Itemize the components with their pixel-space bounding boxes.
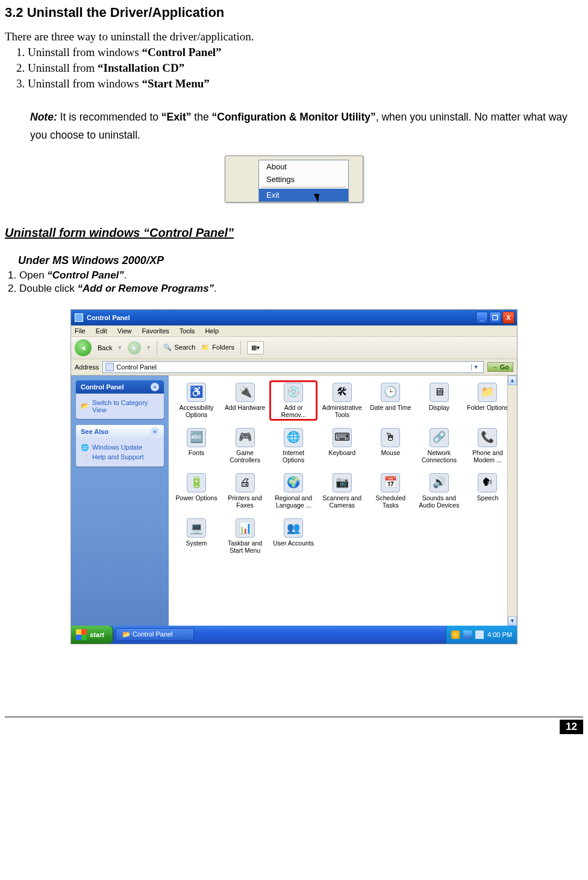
cp-icon-game-controllers[interactable]: 🎮Game Controllers (222, 427, 268, 465)
cp-glyph-icon: 👥 (284, 518, 303, 538)
note-text: It is recommended to (57, 111, 161, 123)
step-item: Double click “Add or Remove Programs”. (19, 283, 583, 295)
cp-icon-label: Internet Options (272, 449, 315, 464)
address-dropdown-icon[interactable]: ▼ (471, 364, 481, 370)
cp-icon-system[interactable]: 💻System (174, 517, 219, 555)
cp-glyph-icon: 🔤 (187, 428, 206, 447)
cp-icon-label: Folder Options (466, 404, 509, 411)
switch-view-icon: 📂 (81, 402, 89, 410)
cp-icon-internet-options[interactable]: 🌐Internet Options (271, 427, 316, 465)
help-icon: ❔ (81, 453, 89, 461)
cp-icon-add-hardware[interactable]: 🔌Add Hardware (222, 382, 268, 420)
back-button[interactable]: ◄ (75, 339, 92, 356)
cp-icon-label: Scanners and Cameras (321, 494, 364, 509)
cp-icon-accessibility-options[interactable]: ♿Accessibility Options (174, 382, 219, 420)
help-support-link[interactable]: ❔Help and Support (81, 453, 159, 461)
cp-icon-label: Game Controllers (224, 449, 267, 464)
list-item: Uninstall from windows “Control Panel” (28, 46, 583, 59)
folders-button[interactable]: Folders (201, 344, 234, 351)
collapse-icon[interactable]: « (151, 427, 159, 436)
menu-favorites[interactable]: Favorites (142, 327, 169, 335)
cp-glyph-icon: 💿 (284, 383, 303, 402)
go-button[interactable]: Go (487, 362, 513, 372)
cp-icon-keyboard[interactable]: ⌨Keyboard (319, 427, 365, 465)
note-label: Note: (30, 111, 57, 123)
menu-file[interactable]: File (75, 327, 86, 335)
cp-glyph-icon: 🔗 (430, 428, 449, 447)
cp-glyph-icon: ⌨ (333, 428, 352, 447)
cp-glyph-icon: 📁 (478, 383, 497, 402)
toolbar-separator (240, 341, 241, 354)
cp-icon-date-and-time[interactable]: 🕒Date and Time (367, 382, 413, 420)
cp-icon-add-or-remov[interactable]: 💿Add or Remov... (271, 382, 316, 420)
vertical-scrollbar[interactable]: ▲ ▼ (507, 376, 517, 626)
list-item: Uninstall from “Installation CD” (28, 61, 583, 75)
cp-icon-label: Phone and Modem ... (466, 449, 509, 464)
cp-glyph-icon: ♿ (187, 383, 206, 402)
window-title: Control Panel (87, 314, 130, 321)
context-menu-item-about[interactable]: About (259, 160, 348, 173)
cp-icon-user-accounts[interactable]: 👥User Accounts (271, 517, 316, 555)
cp-icon-sounds-and-audio-devices[interactable]: 🔊Sounds and Audio Devices (416, 472, 462, 510)
views-button[interactable]: ▦▾ (247, 341, 264, 354)
globe-icon: 🌐 (81, 444, 89, 451)
cp-icon-display[interactable]: 🖥Display (416, 382, 462, 420)
cp-icon-label: System (175, 539, 218, 547)
maximize-button[interactable]: ❐ (489, 312, 501, 324)
cp-glyph-icon: 🖥 (430, 383, 449, 402)
minimize-button[interactable]: _ (476, 312, 488, 324)
cp-icon-printers-and-faxes[interactable]: 🖨Printers and Faxes (222, 472, 268, 510)
scroll-down-icon[interactable]: ▼ (508, 616, 517, 626)
menu-view[interactable]: View (117, 327, 132, 335)
context-menu-separator (261, 187, 346, 187)
menu-tools[interactable]: Tools (180, 327, 195, 335)
system-tray: 4:00 PM (446, 626, 517, 644)
cp-icon-label: Sounds and Audio Devices (418, 494, 461, 509)
volume-tray-icon[interactable] (475, 630, 484, 639)
sidebar: Control Panel« 📂Switch to Category View … (71, 376, 169, 626)
cp-glyph-icon: 🖨 (236, 473, 255, 492)
cp-icon-taskbar-and-start-menu[interactable]: 📊Taskbar and Start Menu (222, 517, 268, 555)
cp-icon-speech[interactable]: 🗣Speech (464, 472, 510, 510)
search-button[interactable]: Search (163, 344, 195, 351)
menu-edit[interactable]: Edit (96, 327, 107, 335)
cp-icon-regional-and-language[interactable]: 🌍Regional and Language ... (271, 472, 316, 510)
cp-icon-network-connections[interactable]: 🔗Network Connections (416, 427, 462, 465)
cp-icon-scanners-and-cameras[interactable]: 📷Scanners and Cameras (319, 472, 365, 510)
taskbar-item-controlpanel[interactable]: 📂 Control Panel (116, 628, 194, 641)
close-button[interactable]: X (502, 312, 514, 324)
cp-icon-phone-and-modem[interactable]: 📞Phone and Modem ... (464, 427, 510, 465)
collapse-icon[interactable]: « (151, 383, 159, 391)
network-tray-icon[interactable] (463, 630, 472, 639)
cp-icon-scheduled-tasks[interactable]: 📅Scheduled Tasks (367, 472, 413, 510)
step-quoted: “Add or Remove Programs” (77, 283, 214, 294)
cp-icon-label: Display (418, 404, 461, 411)
list-text: Uninstall from windows (28, 77, 142, 90)
menu-help[interactable]: Help (205, 327, 219, 335)
security-tray-icon[interactable] (451, 630, 460, 639)
cp-icon-administrative-tools[interactable]: 🛠Administrative Tools (319, 382, 365, 420)
cp-glyph-icon: 📷 (333, 473, 352, 492)
address-icon (105, 363, 114, 371)
menubar: File Edit View Favorites Tools Help (71, 325, 517, 337)
cp-icon-label: Administrative Tools (321, 404, 364, 418)
link-text: Windows Update (92, 444, 142, 451)
cp-icon-mouse[interactable]: 🖱Mouse (367, 427, 413, 465)
context-menu-item-exit[interactable]: Exit (259, 189, 348, 201)
list-text: Uninstall from windows (28, 46, 142, 58)
address-field[interactable]: Control Panel ▼ (102, 361, 483, 373)
windows-update-link[interactable]: 🌐Windows Update (81, 444, 159, 451)
cp-icon-folder-options[interactable]: 📁Folder Options (464, 382, 510, 420)
cp-icon-fonts[interactable]: 🔤Fonts (174, 427, 219, 465)
page-number: 12 (560, 720, 583, 734)
context-menu-item-settings[interactable]: Settings (259, 173, 348, 186)
scroll-up-icon[interactable]: ▲ (508, 376, 517, 385)
switch-view-link[interactable]: 📂Switch to Category View (81, 399, 159, 413)
clock: 4:00 PM (487, 631, 512, 638)
uninstall-methods-list: Uninstall from windows “Control Panel” U… (28, 46, 583, 90)
cp-glyph-icon: 🌐 (284, 428, 303, 447)
cp-icon-power-options[interactable]: 🔋Power Options (174, 472, 219, 510)
start-button[interactable]: start (71, 626, 113, 644)
forward-button[interactable]: ► (128, 341, 141, 354)
subsection-heading: Uninstall form windows “Control Panel” (5, 226, 583, 240)
